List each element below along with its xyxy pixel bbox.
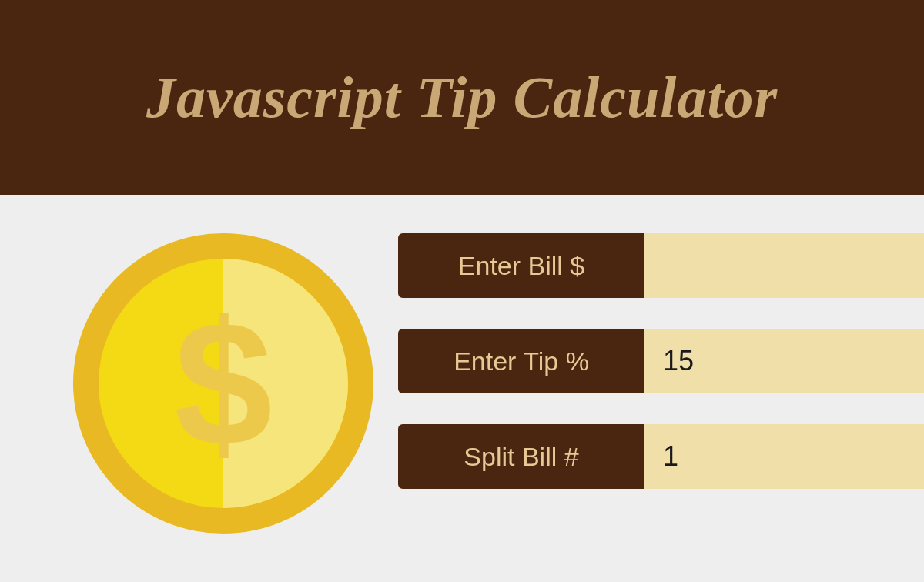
bill-input[interactable] <box>644 233 924 298</box>
header: Javascript Tip Calculator <box>0 0 924 195</box>
tip-label: Enter Tip % <box>398 329 644 393</box>
bill-field-row: Enter Bill $ <box>398 233 924 298</box>
bill-label: Enter Bill $ <box>398 233 644 298</box>
split-input[interactable] <box>644 424 924 489</box>
dollar-coin-icon: $ <box>73 233 373 534</box>
main-content: $ Enter Bill $ Enter Tip % Split Bill # <box>0 195 924 534</box>
split-field-row: Split Bill # <box>398 424 924 489</box>
tip-input[interactable] <box>644 329 924 393</box>
form-area: Enter Bill $ Enter Tip % Split Bill # <box>398 233 924 489</box>
svg-text:$: $ <box>174 285 273 483</box>
page-title: Javascript Tip Calculator <box>146 64 778 131</box>
tip-field-row: Enter Tip % <box>398 329 924 393</box>
coin-wrapper: $ <box>0 233 373 534</box>
split-label: Split Bill # <box>398 424 644 489</box>
